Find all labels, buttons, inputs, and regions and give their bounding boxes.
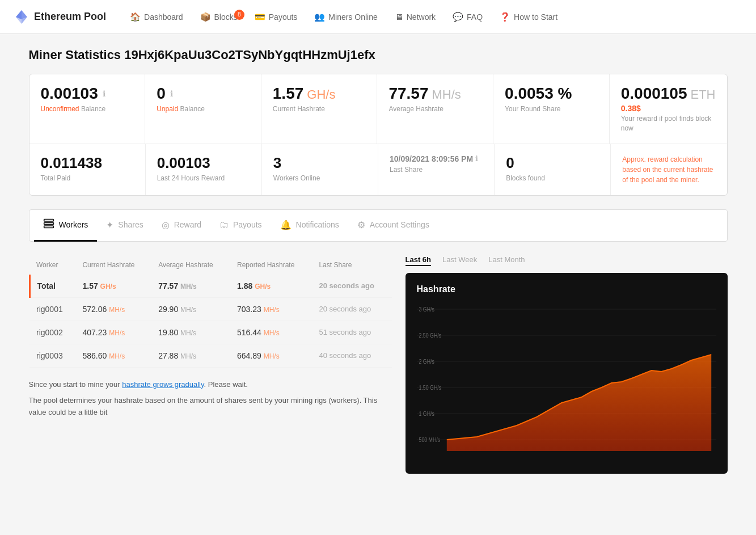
unconfirmed-info-icon[interactable]: ℹ — [103, 89, 105, 98]
chart-tab-month[interactable]: Last Month — [488, 255, 525, 266]
round-share-label: Your Round Share — [505, 105, 598, 113]
total-reported: 1.88 GH/s — [230, 275, 312, 298]
total-lastshare: 20 seconds ago — [312, 275, 391, 298]
col-current: Current Hashrate — [75, 255, 151, 275]
main-content: Miner Statistics 19Hxj6KpaUu3Co2TSyNbYgq… — [15, 34, 741, 487]
rig0003-reported: 664.89 MH/s — [230, 344, 312, 367]
rig0002-average: 19.80 MH/s — [151, 321, 230, 344]
nav-howto[interactable]: ❓ How to Start — [492, 7, 565, 27]
tab-account-label: Account Settings — [370, 220, 429, 229]
table-row: rig0001 572.06 MH/s 29.90 MH/s 703.23 MH… — [29, 297, 392, 321]
average-hashrate-label: Average Hashrate — [388, 105, 482, 113]
rig0001-name: rig0001 — [29, 297, 75, 321]
rig0002-current: 407.23 MH/s — [75, 321, 151, 344]
rig0003-average-unit: MH/s — [180, 352, 196, 360]
nav-payouts[interactable]: 💳 Payouts — [247, 7, 306, 27]
content-area: Worker Current Hashrate Average Hashrate… — [29, 255, 728, 474]
nav-network[interactable]: 🖥 Network — [387, 7, 444, 26]
total-paid-value: 0.011438 — [41, 154, 134, 172]
total-name: Total — [29, 275, 75, 298]
stat-unpaid: 0 ℹ Unpaid Balance — [145, 74, 261, 144]
tab-workers[interactable]: Workers — [34, 210, 98, 242]
reward-tab-icon: ◎ — [162, 220, 170, 230]
blocks-icon: 📦 — [200, 12, 211, 22]
rig0001-reported: 703.23 MH/s — [230, 297, 312, 321]
stats-section: 0.00103 ℹ Unconfirmed Balance 0 ℹ Unpaid… — [29, 74, 728, 196]
stats-row-1: 0.00103 ℹ Unconfirmed Balance 0 ℹ Unpaid… — [29, 74, 727, 144]
logo[interactable]: Ethereum Pool — [14, 9, 106, 25]
info-text-2: The pool determines your hashrate based … — [29, 395, 392, 419]
rig0002-reported: 516.44 MH/s — [230, 321, 312, 344]
stat-total-paid: 0.011438 Total Paid — [29, 144, 146, 195]
last-share-info-icon[interactable]: ℹ — [475, 154, 478, 163]
total-average-unit: MH/s — [180, 283, 197, 290]
payouts-tab-icon: 🗂 — [219, 220, 229, 230]
total-reported-unit: GH/s — [255, 283, 271, 290]
chart-tab-6h[interactable]: Last 6h — [406, 255, 432, 266]
faq-icon: 💬 — [453, 12, 463, 22]
reward-note: Your reward if pool finds block now — [621, 114, 716, 133]
rig0001-reported-unit: MH/s — [264, 306, 280, 314]
current-hashrate-label: Current Hashrate — [273, 105, 366, 113]
tab-payouts-label: Payouts — [233, 220, 262, 229]
rig0002-lastshare: 51 seconds ago — [312, 321, 391, 344]
tab-workers-label: Workers — [59, 220, 88, 229]
nav-miners[interactable]: 👥 Miners Online — [306, 7, 385, 27]
rig0002-average-unit: MH/s — [180, 329, 196, 337]
nav-faq[interactable]: 💬 FAQ — [445, 7, 491, 27]
total-current-unit: GH/s — [100, 283, 116, 290]
rig0001-lastshare: 20 seconds ago — [312, 297, 391, 321]
header: Ethereum Pool 🏠 Dashboard 📦 Blocks 8 💳 P… — [0, 0, 756, 34]
chart-svg: 3 GH/s 2.50 GH/s 2 GH/s 1.50 GH/s 1 GH/s… — [417, 304, 716, 462]
tab-shares-label: Shares — [118, 220, 143, 229]
tab-reward[interactable]: ◎ Reward — [153, 212, 210, 240]
rig0002-name: rig0002 — [29, 321, 75, 344]
page-title: Miner Statistics 19Hxj6KpaUu3Co2TSyNbYgq… — [29, 48, 728, 62]
reward-eth-value: 0.000105 — [621, 85, 687, 103]
workers-value: 3 — [273, 154, 366, 172]
chart-tab-week[interactable]: Last Week — [442, 255, 477, 266]
col-worker: Worker — [29, 255, 75, 275]
tab-payouts[interactable]: 🗂 Payouts — [210, 212, 271, 239]
main-nav: 🏠 Dashboard 📦 Blocks 8 💳 Payouts 👥 Miner… — [122, 7, 742, 27]
rig0001-current-unit: MH/s — [109, 306, 125, 314]
unpaid-value: 0 — [157, 85, 166, 103]
svg-rect-4 — [44, 219, 53, 221]
unconfirmed-label: Unconfirmed Balance — [41, 105, 134, 113]
home-icon: 🏠 — [130, 12, 141, 22]
tab-notifications[interactable]: 🔔 Notifications — [271, 212, 348, 240]
rig0002-reported-unit: MH/s — [264, 329, 280, 337]
table-row: rig0002 407.23 MH/s 19.80 MH/s 516.44 MH… — [29, 321, 392, 344]
stat-reward-note-cell: Approx. reward calculation based on the … — [611, 144, 727, 195]
hashrate-link[interactable]: hashrate grows gradually — [122, 380, 204, 389]
rig0001-average-unit: MH/s — [180, 306, 196, 314]
stat-last24h: 0.00103 Last 24 Hours Reward — [146, 144, 262, 195]
nav-blocks[interactable]: 📦 Blocks 8 — [192, 7, 246, 27]
last24h-value: 0.00103 — [157, 154, 250, 172]
last-share-label: Last Share — [390, 166, 483, 174]
last-share-value: 10/09/2021 8:09:56 PM — [390, 154, 473, 163]
reward-note-orange: Approx. reward calculation based on the … — [622, 154, 715, 185]
unpaid-info-icon[interactable]: ℹ — [170, 89, 173, 98]
table-header-row: Worker Current Hashrate Average Hashrate… — [29, 255, 392, 275]
chart-section: Last 6h Last Week Last Month Hashrate — [406, 255, 728, 474]
average-hashrate-value: 77.57 — [388, 85, 428, 103]
stat-blocks-found: 0 Blocks found — [495, 144, 611, 195]
nav-dashboard[interactable]: 🏠 Dashboard — [122, 7, 191, 27]
col-average: Average Hashrate — [151, 255, 230, 275]
info-text-1: Since you start to mine your hashrate gr… — [29, 379, 392, 391]
stat-workers: 3 Workers Online — [262, 144, 378, 195]
stats-row-2: 0.011438 Total Paid 0.00103 Last 24 Hour… — [29, 144, 727, 195]
rig0001-current: 572.06 MH/s — [75, 297, 151, 321]
workers-label: Workers Online — [273, 174, 366, 182]
blocks-found-label: Blocks found — [506, 174, 599, 182]
tab-shares[interactable]: ✦ Shares — [97, 212, 152, 240]
stat-round-share: 0.0053 % Your Round Share — [493, 74, 610, 144]
workers-tab-icon — [43, 218, 54, 232]
total-average: 77.57 MH/s — [151, 275, 230, 298]
rig0001-average: 29.90 MH/s — [151, 297, 230, 321]
svg-text:500 MH/s: 500 MH/s — [419, 436, 440, 443]
tab-account[interactable]: ⚙ Account Settings — [348, 212, 438, 240]
unconfirmed-value: 0.00103 — [41, 85, 98, 103]
hashrate-chart-container: Hashrate 3 GH/s 2.50 GH/s 2 GH/s — [406, 273, 728, 474]
